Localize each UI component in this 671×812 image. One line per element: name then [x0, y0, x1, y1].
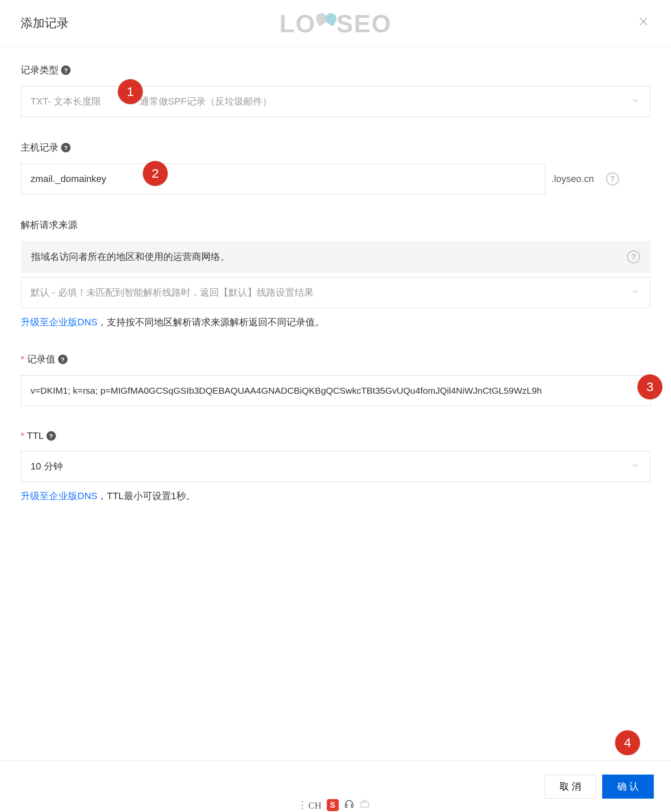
label-ttl: TTL — [27, 430, 44, 442]
field-resolution-source: 解析请求来源 指域名访问者所在的地区和使用的运营商网络。 ? 默认 - 必填！未… — [21, 219, 650, 329]
label-resolution-source: 解析请求来源 — [21, 219, 77, 232]
help-icon[interactable]: ? — [627, 250, 640, 263]
modal-body: 记录类型 ? TXT- 文本长度限 通常做SPF记录（反垃圾邮件） 1 主机记录… — [0, 46, 671, 503]
chevron-down-icon — [631, 287, 640, 298]
field-host-record: 主机记录 ? .loyseo.cn ? 2 — [21, 141, 650, 195]
svg-rect-3 — [351, 804, 353, 807]
upgrade-dns-link[interactable]: 升级至企业版DNS — [21, 317, 97, 327]
modal-title: 添加记录 — [21, 15, 69, 31]
svg-rect-2 — [345, 804, 347, 807]
ime-lang[interactable]: CH — [308, 800, 322, 811]
drag-handle-icon[interactable] — [302, 801, 303, 811]
close-icon[interactable] — [637, 16, 650, 30]
required-mark: * — [21, 354, 25, 365]
modal-header: 添加记录 LO SEO — [0, 0, 671, 46]
cancel-button[interactable]: 取消 — [545, 775, 596, 799]
required-mark: * — [21, 430, 25, 442]
help-icon[interactable]: ? — [58, 355, 68, 364]
label-record-value: 记录值 — [27, 353, 55, 366]
select-value-suffix: 通常做SPF记录（反垃圾邮件） — [140, 95, 272, 108]
help-icon[interactable]: ? — [606, 173, 619, 185]
annotation-badge-3: 3 — [637, 374, 662, 399]
annotation-badge-2: 2 — [143, 161, 168, 186]
ime-status-bar: CH S — [302, 799, 370, 812]
confirm-button[interactable]: 确认 — [602, 775, 654, 799]
resolution-source-hint: 升级至企业版DNS，支持按不同地区解析请求来源解析返回不同记录值。 — [21, 316, 650, 329]
annotation-badge-1: 1 — [118, 79, 143, 104]
chevron-down-icon — [631, 96, 640, 107]
help-icon[interactable]: ? — [61, 65, 71, 75]
label-host-record: 主机记录 — [21, 141, 58, 154]
select-resolution-source[interactable]: 默认 - 必填！未匹配到智能解析线路时，返回【默认】线路设置结果 — [21, 277, 650, 308]
logo-watermark: LO SEO — [279, 9, 391, 37]
select-ttl[interactable]: 10 分钟 — [21, 451, 650, 482]
upgrade-dns-link[interactable]: 升级至企业版DNS — [21, 491, 97, 501]
select-record-type[interactable]: TXT- 文本长度限 通常做SPF记录（反垃圾邮件） — [21, 86, 650, 117]
headset-icon[interactable] — [344, 799, 354, 811]
chevron-down-icon — [631, 461, 640, 472]
field-record-value: * 记录值 ? 3 — [21, 353, 650, 406]
resolution-source-info: 指域名访问者所在的地区和使用的运营商网络。 ? — [21, 241, 650, 273]
logo-y-icon — [316, 11, 336, 36]
field-record-type: 记录类型 ? TXT- 文本长度限 通常做SPF记录（反垃圾邮件） 1 — [21, 64, 650, 117]
field-ttl: * TTL ? 10 分钟 升级至企业版DNS，TTL最小可设置1秒。 — [21, 430, 650, 503]
annotation-badge-4: 4 — [615, 730, 640, 755]
select-value-prefix: TXT- 文本长度限 — [31, 95, 101, 108]
domain-suffix: .loyseo.cn — [551, 173, 594, 185]
help-icon[interactable]: ? — [61, 143, 71, 152]
help-icon[interactable]: ? — [46, 431, 56, 441]
svg-rect-4 — [360, 802, 368, 807]
toolbox-icon[interactable] — [359, 799, 369, 811]
input-host-record[interactable] — [21, 164, 545, 195]
ime-input-method-icon[interactable]: S — [326, 799, 339, 811]
label-record-type: 记录类型 — [21, 64, 58, 77]
ttl-hint: 升级至企业版DNS，TTL最小可设置1秒。 — [21, 490, 650, 503]
input-record-value[interactable] — [21, 375, 650, 406]
